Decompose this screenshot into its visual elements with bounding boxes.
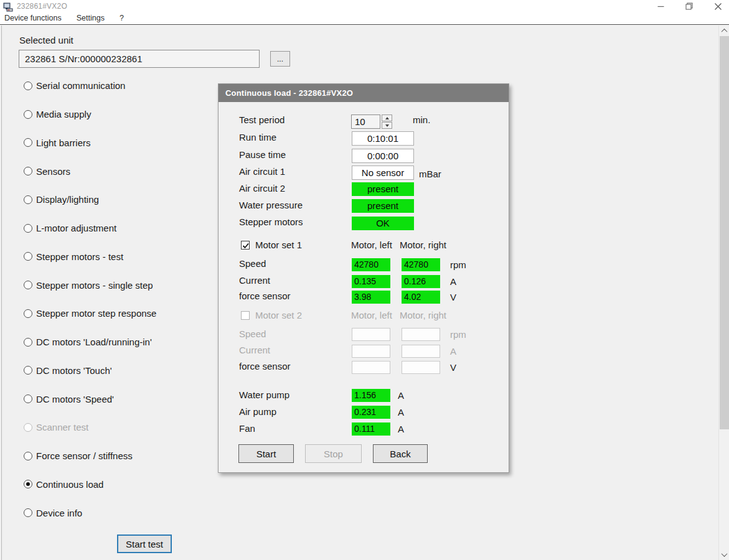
scrollbar-thumb[interactable] [720,36,729,429]
speed-1-unit: rpm [450,258,466,272]
start-button[interactable]: Start [238,444,294,463]
arrow-up-icon [385,117,389,119]
air-circuit-1-label: Air circuit 1 [239,165,285,179]
minimize-button[interactable] [656,1,666,11]
radio-icon [24,309,32,318]
stepper-motors-label: Stepper motors [239,215,303,229]
test-label: Light barriers [36,138,91,148]
sidebar-item-light-barriers[interactable]: Light barriers [24,129,229,157]
window-left-border [1,26,2,560]
sidebar-item-stepper-motors-single-step[interactable]: Stepper motors - single step [24,271,229,299]
sidebar-item-continuous-load[interactable]: Continuous load [24,470,229,499]
radio-icon [24,167,32,175]
current-2-left-field [352,345,390,358]
radio-icon [24,281,32,289]
test-label: Stepper motors - test [36,251,123,262]
force-sensor-1-right-value: 4.02 [402,291,440,304]
radio-icon [24,224,32,233]
vertical-scrollbar[interactable] [718,26,729,560]
test-label: Continuous load [36,479,103,490]
sidebar-item-display-lighting[interactable]: Display/lighting [24,185,229,214]
test-list: Serial communication Media supply Light … [24,72,229,527]
air-circuit-2-status: present [352,182,414,196]
close-icon[interactable] [713,1,723,11]
test-label: DC motors 'Load/running-in' [36,337,152,347]
sidebar-item-stepper-motors-test[interactable]: Stepper motors - test [24,243,229,271]
scroll-down-button[interactable] [719,549,729,560]
motor-set-1-label: Motor set 1 [255,240,302,250]
water-pressure-label: Water pressure [239,198,303,212]
current-1-unit: A [450,275,456,289]
sidebar-item-scanner-test: Scanner test [24,413,229,442]
test-label: DC motors 'Speed' [36,394,114,404]
air-circuit-2-label: Air circuit 2 [239,182,285,195]
radio-icon [24,394,32,403]
water-pump-value: 1.156 [352,389,390,402]
spin-up-button[interactable] [382,114,392,121]
arrow-down-icon [385,124,389,127]
test-period-spinner [382,114,392,129]
sidebar-item-device-info[interactable]: Device info [24,498,229,527]
sidebar-item-force-sensor-stiffness[interactable]: Force sensor / stiffness [24,442,229,470]
radio-icon [24,82,32,90]
scroll-up-button[interactable] [719,26,729,36]
radio-icon [24,110,32,119]
sidebar-item-serial-communication[interactable]: Serial communication [24,72,229,100]
stop-button: Stop [305,444,362,463]
dialog-titlebar[interactable]: Continuous load - 232861#VX2O [219,84,509,102]
test-label: Media supply [36,109,91,119]
continuous-load-dialog: Continuous load - 232861#VX2O Test perio… [218,83,509,473]
chevron-down-icon [722,551,728,557]
test-label: L-motor adjustment [36,223,116,233]
start-test-button[interactable]: Start test [117,534,172,553]
fan-label: Fan [239,422,255,436]
window-titlebar[interactable]: 232861#VX2O [0,0,729,12]
restore-button[interactable] [684,1,694,11]
check-icon [242,241,250,250]
air-circuit-1-field[interactable]: No sensor [352,166,414,180]
pause-time-field[interactable]: 0:00:00 [352,149,414,163]
back-button[interactable]: Back [373,444,428,463]
force-sensor-2-label: force sensor [239,360,291,373]
motor-left-header: Motor, left [351,239,392,251]
sidebar-item-dc-motors-load-running-in[interactable]: DC motors 'Load/running-in' [24,328,229,357]
force-sensor-2-left-field [352,361,390,374]
test-label: Stepper motors - single step [36,280,153,291]
sidebar-item-sensors[interactable]: Sensors [24,157,229,185]
force-sensor-1-left-value: 3.98 [352,291,390,304]
selected-unit-input[interactable] [19,50,260,68]
current-2-unit: A [450,345,456,358]
test-label: Stepper motor step response [36,308,156,319]
menu-device-functions[interactable]: Device functions [4,12,68,24]
motor-set-1-checkbox[interactable] [241,241,250,250]
test-label: Force sensor / stiffness [36,450,133,461]
run-time-field[interactable]: 0:10:01 [352,131,414,146]
sidebar-item-dc-motors-touch[interactable]: DC motors 'Touch' [24,357,229,385]
browse-unit-button[interactable]: ... [270,51,290,67]
current-2-right-field [402,345,440,358]
spin-down-button[interactable] [382,122,392,129]
menu-help[interactable]: ? [120,12,130,24]
test-period-input[interactable] [351,114,380,129]
speed-2-right-field [402,328,440,341]
speed-2-unit: rpm [450,328,466,342]
air-pump-unit: A [398,406,404,419]
water-pump-unit: A [398,389,404,403]
current-1-right-value: 0.126 [402,275,440,288]
test-period-label: Test period [239,113,285,127]
current-1-label: Current [239,274,270,287]
motor-set-2-label: Motor set 2 [255,310,302,320]
sidebar-item-stepper-motor-step-response[interactable]: Stepper motor step response [24,299,229,328]
motor-set-2-checkbox [241,311,250,320]
menu-settings[interactable]: Settings [77,12,111,24]
speed-1-right-value: 42780 [402,258,440,271]
force-sensor-1-label: force sensor [239,289,291,303]
sidebar-item-media-supply[interactable]: Media supply [24,100,229,129]
test-label: Device info [36,508,82,518]
test-label: Sensors [36,166,70,177]
sidebar-item-dc-motors-speed[interactable]: DC motors 'Speed' [24,385,229,413]
app-icon [3,2,13,11]
current-2-label: Current [239,343,270,357]
sidebar-item-l-motor-adjustment[interactable]: L-motor adjustment [24,214,229,243]
test-label: DC motors 'Touch' [36,365,112,376]
